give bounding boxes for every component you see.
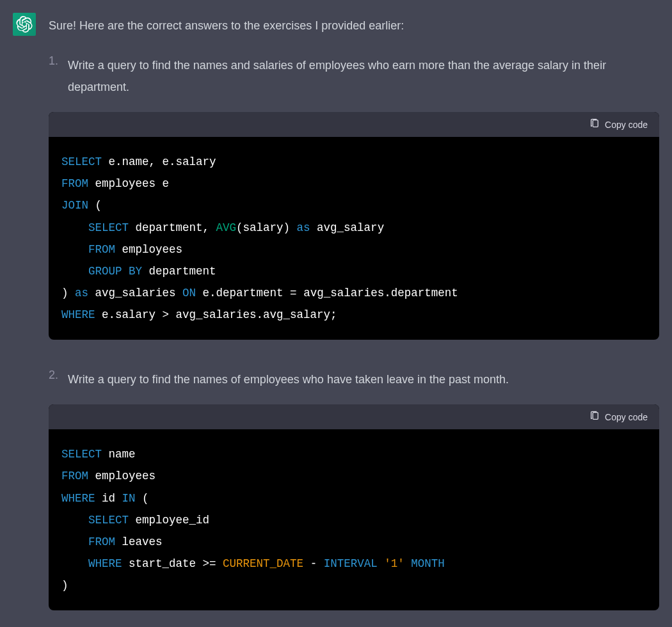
assistant-avatar (13, 13, 36, 36)
clipboard-icon (589, 118, 600, 131)
svg-rect-0 (593, 120, 598, 127)
exercise-text: Write a query to find the names of emplo… (68, 369, 509, 390)
exercise-item: 1.Write a query to find the names and sa… (49, 54, 659, 340)
copy-code-button[interactable]: Copy code (589, 411, 648, 423)
exercise-list: 1.Write a query to find the names and sa… (49, 54, 659, 610)
clipboard-icon (589, 411, 600, 423)
copy-code-label: Copy code (605, 412, 648, 422)
exercise-number: 2. (49, 369, 60, 390)
copy-code-button[interactable]: Copy code (589, 118, 648, 131)
chat-message: Sure! Here are the correct answers to th… (0, 0, 672, 627)
code-header: Copy code (49, 404, 659, 429)
exercise-text: Write a query to find the names and sala… (68, 54, 659, 98)
code-block: Copy codeSELECT e.name, e.salary FROM em… (49, 112, 659, 340)
copy-code-label: Copy code (605, 120, 648, 130)
intro-text: Sure! Here are the correct answers to th… (49, 17, 659, 35)
exercise-prompt: 1.Write a query to find the names and sa… (49, 54, 659, 98)
code-content: SELECT e.name, e.salary FROM employees e… (49, 137, 659, 340)
code-content: SELECT name FROM employees WHERE id IN (… (49, 429, 659, 610)
openai-logo-icon (16, 16, 33, 33)
svg-rect-1 (593, 413, 598, 420)
code-block: Copy codeSELECT name FROM employees WHER… (49, 404, 659, 610)
exercise-item: 2.Write a query to find the names of emp… (49, 369, 659, 610)
exercise-number: 1. (49, 54, 60, 98)
message-content: Sure! Here are the correct answers to th… (49, 13, 659, 627)
exercise-prompt: 2.Write a query to find the names of emp… (49, 369, 659, 390)
code-header: Copy code (49, 112, 659, 137)
